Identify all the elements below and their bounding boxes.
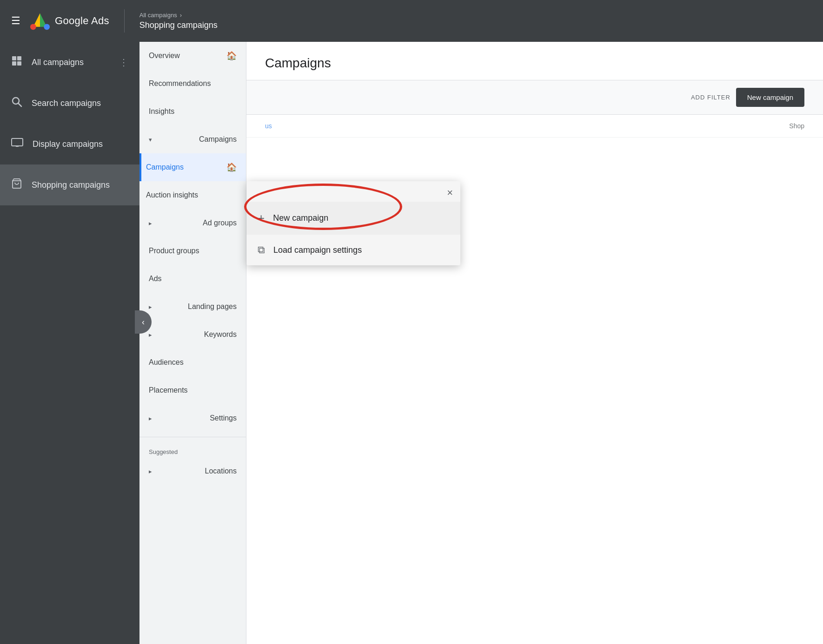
home-icon: 🏠 [226,51,237,61]
more-options-icon[interactable]: ⋮ [119,57,128,68]
main-content: Campaigns ADD FILTER New campaign us Sho… [246,42,823,644]
copy-icon: ⧉ [258,244,265,256]
chevron-left-icon: ‹ [142,317,145,327]
main-sidebar: All campaigns ⋮ Search campaigns Display… [0,42,139,644]
sidebar-item-shopping-campaigns[interactable]: Shopping campaigns [0,164,139,205]
google-ads-triangle-icon [30,11,50,31]
keywords-arrow: ▸ [149,331,152,338]
secondary-nav-ad-groups[interactable]: ▸ Ad groups [139,209,246,237]
grid-icon [11,55,22,69]
sidebar-item-label-shopping: Shopping campaigns [32,180,128,190]
table-cell-type: Shop [789,122,804,130]
sidebar-item-all-campaigns[interactable]: All campaigns ⋮ [0,42,139,83]
breadcrumb-chevron-icon: › [180,12,182,19]
svg-point-3 [30,24,36,30]
secondary-nav-campaigns[interactable]: Campaigns 🏠 [139,153,246,181]
campaigns-group-label: Campaigns [199,135,237,144]
campaigns-group-arrow: ▾ [149,136,152,143]
dropdown-item-load-campaign[interactable]: ⧉ Load campaign settings [246,235,460,265]
secondary-nav-insights[interactable]: Insights [139,98,246,125]
secondary-nav-recommendations[interactable]: Recommendations [139,70,246,98]
secondary-nav-audiences[interactable]: Audiences [139,348,246,376]
svg-line-10 [18,103,21,106]
breadcrumb-parent[interactable]: All campaigns › [139,12,218,19]
home-icon-campaigns: 🏠 [226,162,237,172]
search-icon [11,96,22,110]
breadcrumb-current: Shopping campaigns [139,20,218,30]
audiences-label: Audiences [149,358,184,367]
secondary-nav-auction-insights[interactable]: Auction insights [139,181,246,209]
secondary-nav-campaigns-group[interactable]: ▾ Campaigns [139,125,246,153]
secondary-nav-overview[interactable]: Overview 🏠 [139,42,246,70]
landing-pages-label: Landing pages [188,302,237,311]
sidebar-item-label-display: Display campaigns [33,139,128,149]
auction-insights-label: Auction insights [146,191,198,199]
locations-label: Locations [205,467,237,475]
logo-text: Google Ads [55,15,109,27]
locations-arrow: ▸ [149,468,152,475]
secondary-nav-ads[interactable]: Ads [139,265,246,293]
svg-rect-5 [12,56,16,60]
secondary-nav-product-groups[interactable]: Product groups [139,237,246,265]
top-header: ☰ Google Ads All campaigns › Shopping ca… [0,0,823,42]
shopping-icon [11,178,22,192]
secondary-nav-locations[interactable]: ▸ Locations [139,457,246,485]
display-icon [11,138,23,150]
breadcrumb: All campaigns › Shopping campaigns [139,12,218,30]
recommendations-label: Recommendations [149,79,211,88]
placements-label: Placements [149,386,188,394]
settings-arrow: ▸ [149,415,152,422]
table-row-1: us Shop [246,115,823,138]
add-filter-label: ADD FILTER [691,94,730,101]
load-campaign-label: Load campaign settings [273,245,362,255]
insights-label: Insights [149,107,174,116]
landing-pages-arrow: ▸ [149,303,152,310]
google-ads-logo: Google Ads [30,11,109,31]
settings-label: Settings [210,414,237,422]
sidebar-item-search-campaigns[interactable]: Search campaigns [0,83,139,124]
ads-label: Ads [149,275,162,283]
svg-rect-6 [17,56,21,60]
new-campaign-label: New campaign [273,213,328,223]
keywords-label: Keywords [204,330,237,339]
header-divider [124,9,125,33]
svg-rect-11 [12,138,23,146]
svg-rect-8 [17,61,21,66]
sidebar-item-label-search: Search campaigns [32,99,128,108]
svg-rect-7 [12,61,16,66]
plus-icon: + [258,211,265,225]
sidebar-item-display-campaigns[interactable]: Display campaigns [0,124,139,164]
campaigns-label: Campaigns [146,163,184,171]
content-header: Campaigns [246,42,823,80]
secondary-nav-settings[interactable]: ▸ Settings [139,404,246,432]
hamburger-icon[interactable]: ☰ [11,15,20,27]
secondary-nav-placements[interactable]: Placements [139,376,246,404]
new-campaign-toolbar-button[interactable]: New campaign [736,88,804,107]
dropdown-menu: × + New campaign ⧉ Load campaign setting… [246,181,460,265]
ad-groups-arrow: ▸ [149,220,152,227]
svg-point-4 [44,24,50,30]
ad-groups-label: Ad groups [203,219,237,227]
sidebar-divider [139,437,246,437]
secondary-nav-landing-pages[interactable]: ▸ Landing pages [139,293,246,321]
secondary-nav-keywords[interactable]: ▸ Keywords [139,321,246,348]
dropdown-header: × [246,181,460,202]
secondary-sidebar: Overview 🏠 Recommendations Insights ▾ Ca… [139,42,246,644]
product-groups-label: Product groups [149,247,199,255]
table-cell-name[interactable]: us [265,122,272,130]
overview-label: Overview [149,52,180,60]
close-button[interactable]: × [447,188,453,198]
page-title: Campaigns [265,56,804,71]
dropdown-item-new-campaign[interactable]: + New campaign [246,202,460,235]
sidebar-item-label-all-campaigns: All campaigns [32,58,110,67]
suggested-label: Suggested [139,442,246,457]
toolbar: ADD FILTER New campaign [246,80,823,115]
